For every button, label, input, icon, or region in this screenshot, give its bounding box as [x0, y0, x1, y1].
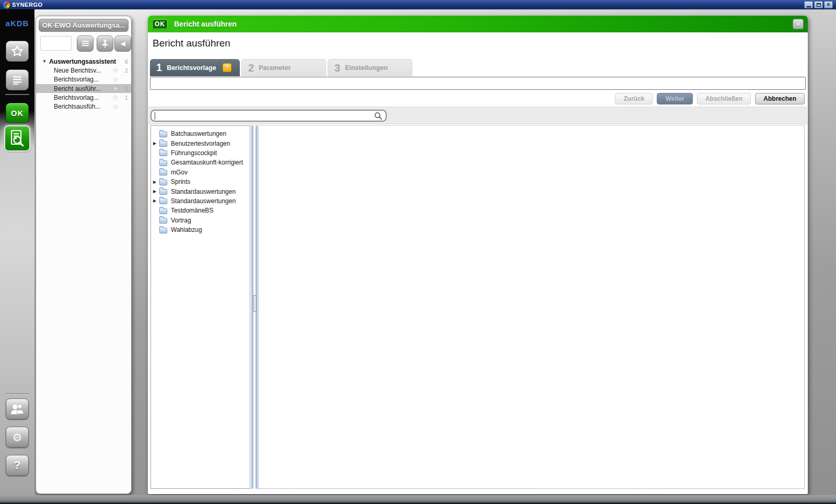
folder-icon	[159, 141, 167, 147]
folder-row[interactable]: ▶ Standardauswertungen	[151, 196, 250, 206]
tree-item[interactable]: Neue Berichtsv... ☆ 2	[36, 66, 131, 75]
tab-label: Parameter	[259, 64, 291, 72]
folder-label: Batchauswertungen	[171, 130, 226, 137]
tab-number: 2	[248, 62, 254, 74]
folder-label: mGov	[171, 169, 188, 176]
page-title: Bericht ausführen	[153, 38, 230, 49]
star-outline-icon[interactable]: ☆	[112, 103, 119, 110]
list-view-icon	[81, 40, 90, 48]
tree-item-label: Neue Berichtsv...	[54, 67, 101, 74]
folder-row[interactable]: ▶ TestdomäneBS	[151, 206, 250, 215]
template-preview-panel	[258, 125, 805, 489]
folder-icon	[159, 198, 167, 204]
back-button[interactable]: Zurück	[615, 93, 653, 104]
panel-collapse-button[interactable]: ◀	[114, 36, 131, 52]
folder-row[interactable]: ▶ Führungscockpit	[151, 148, 250, 158]
splitter-handle[interactable]	[253, 295, 257, 312]
wizard-tabs: 1 Berichtsvorlage ? 2 Parameter 3 Einste…	[150, 59, 412, 76]
sidebar-help-button[interactable]: ?	[6, 455, 29, 476]
cancel-button[interactable]: Abbrechen	[755, 93, 805, 104]
close-icon: ×	[827, 2, 830, 7]
ok-logo: OK	[152, 19, 168, 29]
folder-label: Standardauswertungen	[171, 188, 236, 195]
expand-arrow-icon[interactable]: ▶	[153, 189, 159, 194]
star-outline-icon[interactable]: ☆	[112, 94, 119, 101]
star-filled-icon[interactable]: ★	[112, 85, 119, 92]
sidebar-favorites-button[interactable]	[6, 41, 29, 62]
sidebar-divider-bottom	[5, 393, 29, 394]
expand-arrow-icon[interactable]: ▶	[153, 180, 159, 184]
tab-help-badge[interactable]: ?	[223, 63, 231, 72]
sidebar-report-module-button-active[interactable]	[4, 125, 30, 151]
tree-item-label: Berichtsvorlag...	[54, 94, 99, 101]
ok-module-label: OK	[11, 109, 24, 118]
folder-label: Standardauswertungen	[171, 197, 236, 205]
folder-icon	[159, 208, 167, 214]
os-window-title: SYNERGO	[12, 2, 43, 8]
message-bar	[150, 77, 806, 90]
tab-number: 1	[156, 62, 162, 74]
star-icon	[10, 44, 24, 58]
tab-parameter[interactable]: 2 Parameter	[241, 59, 326, 76]
tab-label: Einstellungen	[345, 64, 388, 72]
template-search-input[interactable]	[150, 110, 387, 122]
assistant-panel: OK-EWO Auswertungsa... ◀ ▼ Auswertungsas…	[36, 16, 132, 494]
close-icon: ×	[796, 20, 800, 28]
tab-berichtsvorlage[interactable]: 1 Berichtsvorlage ?	[150, 59, 240, 76]
folder-row[interactable]: ▶ Sprints	[151, 177, 250, 186]
tree-item-label: Berichtsausfüh...	[54, 103, 100, 110]
folder-row[interactable]: ▶ Wahlabzug	[151, 225, 250, 235]
dialog-footer	[148, 490, 808, 494]
next-button[interactable]: Weiter	[657, 93, 692, 104]
finish-button[interactable]: Abschließen	[697, 93, 751, 104]
tab-einstellungen[interactable]: 3 Einstellungen	[328, 59, 412, 76]
panel-pin-button[interactable]	[97, 36, 113, 52]
tree-item-count: 1	[125, 95, 128, 101]
restore-icon	[817, 3, 821, 7]
folder-icon	[159, 180, 167, 185]
folder-row[interactable]: ▶ Batchauswertungen	[151, 129, 250, 138]
caret-down-icon: ▼	[42, 59, 47, 64]
star-outline-icon[interactable]: ☆	[112, 76, 119, 83]
tree-item[interactable]: Berichtsvorlag... ☆	[36, 75, 131, 84]
dialog-title: Bericht ausführen	[174, 20, 237, 28]
folder-icon	[159, 218, 167, 224]
folder-row[interactable]: ▶ mGov	[151, 168, 250, 177]
users-icon	[10, 403, 25, 415]
star-outline-icon[interactable]: ☆	[112, 67, 119, 74]
folder-row[interactable]: ▶ Gesamtauskunft-korrigiert	[151, 158, 250, 167]
app-sidebar: aKDB OK ⚙	[0, 9, 34, 504]
minimize-button[interactable]	[804, 1, 813, 8]
tree-item-selected[interactable]: Bericht ausführ... ★ 3	[36, 84, 131, 93]
folder-label: Wahlabzug	[171, 226, 202, 233]
tree-item[interactable]: Berichtsvorlag... ☆ 1	[36, 93, 131, 102]
folder-row[interactable]: ▶ Standardauswertungen	[151, 186, 250, 196]
tree-item[interactable]: Berichtsausfüh... ☆	[36, 102, 131, 111]
folder-icon	[159, 150, 167, 156]
wizard-buttons: Zurück Weiter Abschließen Abbrechen	[615, 93, 805, 104]
expand-arrow-icon[interactable]: ▶	[153, 198, 159, 203]
expand-arrow-icon[interactable]: ▶	[153, 141, 159, 146]
panel-filter-input[interactable]	[40, 36, 72, 51]
tree-item-count: 2	[125, 67, 128, 74]
close-window-button[interactable]: ×	[824, 1, 833, 8]
sidebar-list-button[interactable]	[6, 69, 29, 90]
synergo-logo-icon	[3, 2, 10, 8]
folder-label: TestdomäneBS	[171, 207, 213, 214]
folder-label: Führungscockpit	[171, 149, 217, 157]
sidebar-settings-button[interactable]: ⚙	[6, 427, 29, 448]
sidebar-ok-module-button[interactable]: OK	[6, 103, 29, 123]
tree-item-label: Berichtsvorlag...	[54, 76, 99, 83]
folder-row[interactable]: ▶ Vortrag	[151, 216, 250, 225]
tree-root-row[interactable]: ▼ Auswertungsassistent 6	[36, 57, 131, 66]
akdb-logo: aKDB	[0, 19, 34, 28]
panel-list-view-button[interactable]	[77, 36, 94, 52]
dialog-close-button[interactable]: ×	[793, 19, 804, 29]
restore-button[interactable]	[814, 1, 823, 8]
minimize-icon	[807, 6, 811, 7]
dialog-content: ▶ Batchauswertungen ▶ Benutzertestvorlag…	[148, 124, 808, 490]
folder-row[interactable]: ▶ Benutzertestvorlagen	[151, 138, 250, 148]
sidebar-users-button[interactable]	[6, 398, 29, 419]
tree-item-label: Bericht ausführ...	[54, 85, 101, 92]
taskbar-strip	[0, 495, 836, 504]
